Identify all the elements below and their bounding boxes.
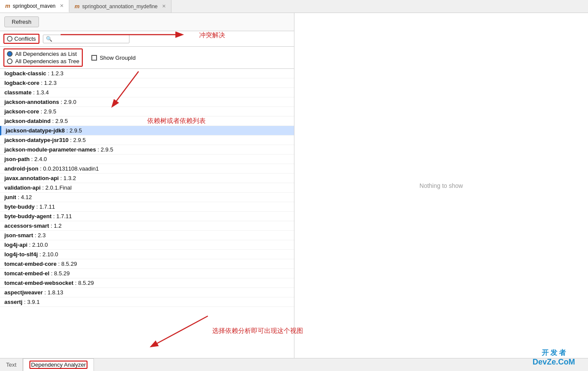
list-item[interactable]: tomcat-embed-websocket : 8.5.29 <box>0 278 294 288</box>
show-groupid-label: Show GroupId <box>100 55 136 61</box>
radio-tree <box>7 58 13 64</box>
radio-list <box>7 51 13 57</box>
right-panel: Nothing to show <box>294 13 588 358</box>
dep-analyzer-box: Dependency Analyzer <box>29 361 87 369</box>
search-input[interactable] <box>54 36 123 42</box>
list-item[interactable]: javax.annotation-api : 1.3.2 <box>0 174 294 183</box>
dep-options-box: All Dependencies as List All Dependencie… <box>3 48 83 67</box>
bottom-tab-bar: Text Dependency Analyzer <box>0 358 588 371</box>
list-item[interactable]: logback-classic : 1.2.3 <box>0 69 294 78</box>
tab-springboot-annotation[interactable]: m springboot_annotation_mydefine ✕ <box>69 0 171 13</box>
empty-text: Nothing to show <box>420 182 463 189</box>
list-item[interactable]: assertj : 3.9.1 <box>0 297 294 307</box>
search-icon: 🔍 <box>46 36 52 42</box>
conflicts-label: Conflicts <box>14 35 36 42</box>
list-item[interactable]: byte-buddy-agent : 1.7.11 <box>0 212 294 221</box>
tab-close-2[interactable]: ✕ <box>162 3 166 9</box>
list-item[interactable]: junit : 4.12 <box>0 193 294 202</box>
conflicts-row: Conflicts 🔍 <box>0 31 294 47</box>
main-container: Refresh Conflicts 🔍 <box>0 13 588 358</box>
list-item[interactable]: classmate : 1.3.4 <box>0 88 294 97</box>
list-item[interactable]: json-path : 2.4.0 <box>0 155 294 164</box>
refresh-button[interactable]: Refresh <box>4 16 39 27</box>
bottom-tab-dep-label: Dependency Analyzer <box>31 361 86 368</box>
list-item[interactable]: log4j-to-slf4j : 2.10.0 <box>0 250 294 259</box>
bottom-tab-text-label: Text <box>6 361 16 368</box>
list-item[interactable]: logback-core : 1.2.3 <box>0 78 294 88</box>
dep-option-list-label: All Dependencies as List <box>15 51 77 57</box>
list-item[interactable]: byte-buddy : 1.7.11 <box>0 202 294 212</box>
dep-options-row: All Dependencies as List All Dependencie… <box>0 47 294 69</box>
search-box: 🔍 <box>43 35 129 43</box>
list-item[interactable]: jackson-module-parameter-names : 2.9.5 <box>0 145 294 155</box>
show-groupid-row: Show GroupId <box>90 55 136 61</box>
conflicts-radio[interactable] <box>7 36 13 42</box>
bottom-tab-text[interactable]: Text <box>0 358 23 371</box>
list-item[interactable]: jackson-databind : 2.9.5 <box>0 116 294 126</box>
conflicts-box: Conflicts <box>3 34 39 44</box>
tab-icon-2: m <box>74 3 80 10</box>
tab-label-1: springboot_maven <box>13 3 56 9</box>
tab-springboot-maven[interactable]: m springboot_maven ✕ <box>0 0 69 13</box>
show-groupid-checkbox[interactable] <box>91 55 97 61</box>
dep-list[interactable]: logback-classic : 1.2.3 logback-core : 1… <box>0 69 294 358</box>
list-item[interactable]: jackson-core : 2.9.5 <box>0 107 294 116</box>
tab-icon-1: m <box>5 3 10 9</box>
dep-option-tree[interactable]: All Dependencies as Tree <box>7 58 79 65</box>
list-item[interactable]: validation-api : 2.0.1.Final <box>0 183 294 193</box>
list-item[interactable]: accessors-smart : 1.2 <box>0 221 294 231</box>
list-item[interactable]: json-smart : 2.3 <box>0 231 294 240</box>
list-item[interactable]: jackson-datatype-jdk8 : 2.9.5 <box>0 126 294 135</box>
tab-label-2: springboot_annotation_mydefine <box>82 3 158 10</box>
dep-option-list[interactable]: All Dependencies as List <box>7 50 79 58</box>
bottom-tab-dependency-analyzer[interactable]: Dependency Analyzer <box>23 358 94 371</box>
list-item[interactable]: log4j-api : 2.10.0 <box>0 240 294 250</box>
dep-option-tree-label: All Dependencies as Tree <box>15 58 79 65</box>
list-item[interactable]: android-json : 0.0.20131108.vaadin1 <box>0 164 294 174</box>
list-item[interactable]: jackson-annotations : 2.9.0 <box>0 97 294 107</box>
list-item[interactable]: tomcat-embed-el : 8.5.29 <box>0 269 294 278</box>
left-panel: Refresh Conflicts 🔍 <box>0 13 294 358</box>
refresh-area: Refresh <box>0 13 294 31</box>
list-item[interactable]: aspectjweaver : 1.8.13 <box>0 288 294 297</box>
tab-bar: m springboot_maven ✕ m springboot_annota… <box>0 0 588 13</box>
list-item[interactable]: jackson-datatype-jsr310 : 2.9.5 <box>0 135 294 145</box>
tab-close-1[interactable]: ✕ <box>60 3 64 9</box>
list-item[interactable]: tomcat-embed-core : 8.5.29 <box>0 259 294 269</box>
